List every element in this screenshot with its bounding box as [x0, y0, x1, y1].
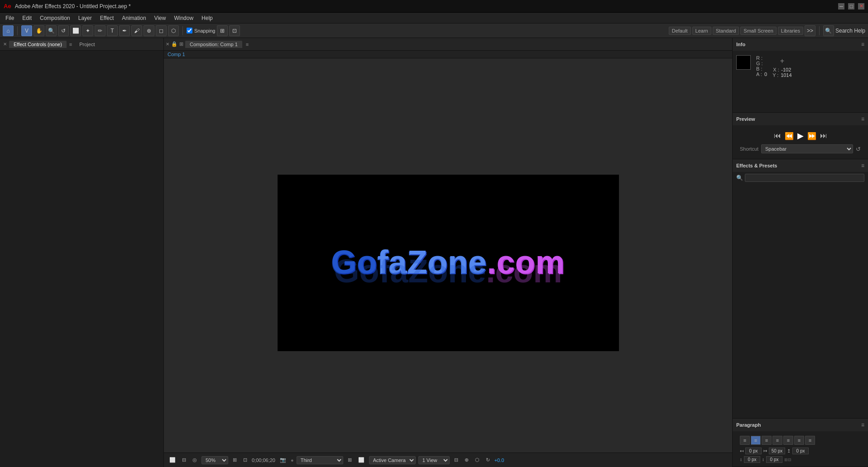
step-back-button[interactable]: ⏪: [785, 132, 794, 140]
snap-to-button[interactable]: ⊞: [217, 25, 228, 36]
snap-align-button[interactable]: ⊡: [229, 25, 240, 36]
view-mode-select[interactable]: Third Active Camera Front: [297, 456, 343, 464]
effect-controls-tab[interactable]: Effect Controls (none): [9, 41, 67, 48]
workspace-more-button[interactable]: >>: [805, 25, 815, 36]
menu-effect[interactable]: Effect: [96, 14, 117, 22]
project-tab[interactable]: Project: [75, 41, 99, 48]
spacing-after-input[interactable]: [766, 456, 782, 463]
shortcut-reset-button[interactable]: ↺: [856, 146, 861, 152]
info-menu-icon[interactable]: ≡: [861, 41, 864, 48]
comp-tab-menu[interactable]: ≡: [246, 42, 249, 47]
menu-animation[interactable]: Animation: [118, 14, 149, 22]
composition-tab[interactable]: Composition: Comp 1: [185, 41, 242, 48]
workspace-default[interactable]: Default: [669, 27, 691, 35]
text-tool-button[interactable]: T: [107, 25, 118, 36]
spacing-before-input[interactable]: [744, 456, 760, 463]
preview-menu-icon[interactable]: ≡: [861, 116, 864, 122]
paint-tool-button[interactable]: 🖌: [131, 25, 142, 36]
align-justify-right-button[interactable]: ≡: [805, 436, 815, 445]
zoom-tool-button[interactable]: 🔍: [46, 25, 57, 36]
maximize-button[interactable]: □: [848, 3, 854, 10]
preview-section: Preview ≡ ⏮ ⏪ ▶ ⏩ ⏭ Shortcut Spacebar En…: [733, 113, 868, 159]
shortcut-label: Shortcut: [740, 146, 758, 152]
indent-top-input[interactable]: [792, 448, 809, 454]
move-tool-button[interactable]: ✋: [34, 25, 44, 36]
viewer-camera-snap[interactable]: 📷: [278, 456, 288, 464]
align-justify-button[interactable]: ≡: [772, 436, 782, 445]
play-button[interactable]: ▶: [797, 131, 804, 141]
shortcut-select[interactable]: Spacebar Enter: [761, 144, 853, 153]
viewer-reset-btn[interactable]: ↻: [484, 456, 492, 464]
indent-top-icon: ↥: [787, 448, 791, 453]
paragraph-header[interactable]: Paragraph ≡: [733, 419, 868, 431]
viewer-overlay-btn[interactable]: ⊞: [346, 456, 354, 464]
viewer-3d-btn[interactable]: ⬡: [473, 456, 481, 464]
comp-tab-close[interactable]: ✕: [166, 42, 169, 47]
viewer-trans-btn[interactable]: ⬜: [356, 456, 366, 464]
rotate-tool-button[interactable]: ↺: [58, 25, 69, 36]
paragraph-menu-icon[interactable]: ≡: [861, 422, 864, 428]
viewer-region-button[interactable]: ⊟: [180, 456, 188, 464]
menu-help[interactable]: Help: [198, 14, 216, 22]
view-count-select[interactable]: 1 View 2 Views 4 Views: [418, 456, 450, 464]
workspace-smallscreen[interactable]: Small Screen: [740, 27, 776, 35]
align-justify-left-button[interactable]: ≡: [783, 436, 793, 445]
eraser-tool-button[interactable]: ◻: [156, 25, 167, 36]
viewer-render-btn[interactable]: ⊕: [463, 456, 470, 464]
effects-menu-icon[interactable]: ≡: [861, 162, 864, 169]
indent-left-input[interactable]: [745, 448, 762, 454]
viewer-snap-button[interactable]: ⬜: [168, 456, 177, 464]
viewer-fit-button[interactable]: ⊞: [231, 456, 239, 464]
align-center-button[interactable]: ≡: [751, 436, 761, 445]
home-tool-button[interactable]: ⌂: [3, 25, 14, 36]
align-justify-center-button[interactable]: ≡: [794, 436, 804, 445]
info-g-row: G :: [756, 61, 767, 66]
close-button[interactable]: ✕: [858, 3, 864, 10]
roto-tool-button[interactable]: ⬡: [168, 25, 179, 36]
menu-window[interactable]: Window: [170, 14, 197, 22]
viewer-comp-btn[interactable]: ⊟: [452, 456, 460, 464]
zoom-select[interactable]: 50% 25% 100%: [201, 456, 228, 464]
info-x-value: -102: [781, 67, 791, 72]
search-icon-button[interactable]: 🔍: [823, 25, 834, 36]
skip-end-button[interactable]: ⏭: [820, 132, 827, 140]
comp-tab-lock[interactable]: 🔒: [171, 41, 177, 47]
indent-right-input[interactable]: [769, 448, 785, 454]
workspace-learn[interactable]: Learn: [692, 27, 711, 35]
menu-view[interactable]: View: [151, 14, 170, 22]
paragraph-align-row: ≡ ≡ ≡ ≡ ≡ ≡ ≡: [736, 434, 864, 447]
menu-layer[interactable]: Layer: [75, 14, 96, 22]
rect-tool-button[interactable]: ⬜: [70, 25, 81, 36]
workspace-libraries[interactable]: Libraries: [778, 27, 803, 35]
effects-header[interactable]: Effects & Presets ≡: [733, 159, 868, 172]
effect-controls-menu[interactable]: ≡: [67, 42, 74, 47]
info-header[interactable]: Info ≡: [733, 38, 868, 51]
snapping-checkbox[interactable]: [187, 28, 192, 33]
preview-header[interactable]: Preview ≡: [733, 113, 868, 125]
step-forward-button[interactable]: ⏩: [807, 132, 816, 140]
pen-tool-button[interactable]: ✒: [119, 25, 130, 36]
viewer-alpha-button[interactable]: ◎: [191, 456, 199, 464]
brush-tool-button[interactable]: ✏: [95, 25, 106, 36]
info-content: R : G : B : A : 0: [733, 51, 868, 82]
menu-edit[interactable]: Edit: [19, 14, 35, 22]
shortcut-row: Shortcut Spacebar Enter ↺: [736, 143, 864, 156]
camera-select[interactable]: Active Camera Camera 1: [369, 456, 416, 464]
workspace-standard[interactable]: Standard: [713, 27, 739, 35]
viewer-safe-button[interactable]: ⊡: [241, 456, 249, 464]
menu-composition[interactable]: Composition: [36, 14, 74, 22]
align-left-button[interactable]: ≡: [740, 436, 750, 445]
window-controls[interactable]: ─ □ ✕: [838, 3, 864, 10]
puppet-tool-button[interactable]: ✦: [82, 25, 93, 36]
menu-file[interactable]: File: [2, 14, 18, 22]
stamp-tool-button[interactable]: ⊕: [144, 25, 154, 36]
effects-search-input[interactable]: [745, 174, 864, 182]
main-layout: ✕ Effect Controls (none) ≡ Project ✕ 🔒 ⊞…: [0, 38, 868, 467]
info-b-label: B :: [756, 66, 762, 71]
align-right-button[interactable]: ≡: [762, 436, 772, 445]
select-tool-button[interactable]: V: [21, 25, 32, 36]
minimize-button[interactable]: ─: [838, 3, 844, 10]
snapping-label[interactable]: Snapping: [187, 28, 216, 33]
effect-controls-tab-close[interactable]: ✕: [2, 42, 8, 47]
skip-start-button[interactable]: ⏮: [774, 132, 781, 140]
